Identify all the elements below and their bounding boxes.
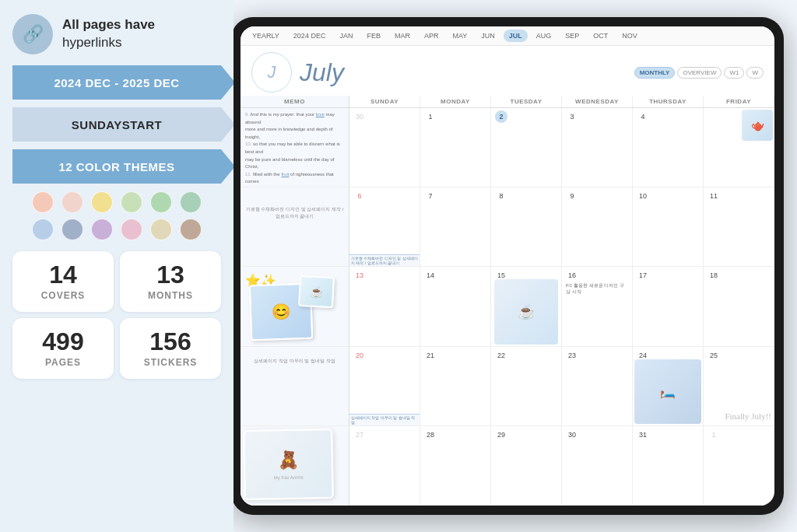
themes-banner-inner: 12 COLOR THEMES [12,149,221,184]
day-jul31: 31 [633,426,704,505]
day15-photo: ☕ [494,279,558,344]
tab-monthly[interactable]: MONTHLY [634,67,676,79]
hyperlinks-row: 🔗 All pages have hyperlinks [12,14,155,54]
memo-event-2: 가로형 수채화버전 디자인 및 상세페이지 제작 / 업로드까지 끝내기 [245,191,344,220]
nav-jul[interactable]: JUL [504,30,528,42]
stats-grid: 14 COVERS 13 MONTHS 499 PAGES 156 STICKE… [12,251,221,379]
swatches-container [12,191,221,240]
covers-number: 14 [49,262,77,287]
nav-sep[interactable]: SEP [560,30,585,42]
memo-cell-5: 🧸 My Fav Anime [241,426,349,505]
tab-overview[interactable]: OVERVIEW [677,67,722,79]
stickers-label: STICKERS [144,357,198,368]
sticker-collage: ⭐✨ 😊 ☕ [244,270,337,344]
day-jul28: 28 [420,426,491,505]
nav-dec[interactable]: 2024 DEC [288,30,332,42]
swatch-4 [121,191,142,213]
day-jul11: 11 [704,187,774,266]
memo-text-1: 9. And this is my prayer: that your love… [245,111,344,187]
day-num-28: 28 [424,429,437,441]
col-headers: MEMO SUNDAY MONDAY TUESDAY WEDNESDAY THU… [241,96,774,108]
day-num-21: 21 [424,349,437,362]
nav-oct[interactable]: OCT [588,30,613,42]
day-jul27: 27 [349,426,420,505]
day-num-20: 20 [353,349,366,362]
stickers-number: 156 [149,329,191,354]
day-num-17: 17 [637,269,649,282]
day-jul29: 29 [491,426,562,505]
swatch-9 [91,219,113,240]
day-jul15: 15 ☕ [491,267,562,345]
day-num-22: 22 [495,349,507,362]
day-jul16: 16 P.C 활용한 새로운 디자인 구상 시작 [562,267,633,345]
day-num-30b: 30 [566,429,578,441]
day-jul8: 8 [491,187,562,266]
day-num-aug1: 1 [707,429,720,441]
covers-label: COVERS [41,290,86,301]
date-banner: 2024 DEC - 2025 DEC [12,65,221,100]
day-num-27: 27 [353,429,366,441]
cal-row-1: 9. And this is my prayer: that your love… [241,108,774,187]
calendar-grid: MEMO SUNDAY MONDAY TUESDAY WEDNESDAY THU… [241,96,774,506]
nav-apr[interactable]: APR [419,30,444,42]
day-jul24: 24 🛏️ [633,347,704,425]
swatch-8 [61,219,83,240]
nav-may[interactable]: MAY [447,30,472,42]
nav-mar[interactable]: MAR [389,30,416,42]
tab-w[interactable]: W [746,67,764,79]
months-number: 13 [156,262,184,287]
day-jul23: 23 [562,347,633,425]
nav-feb[interactable]: FEB [361,30,386,42]
swatch-row-1 [19,191,215,213]
day-num-14: 14 [424,269,437,282]
event-span-row2: 가로형 수채화버전 디자인 및 상세페이지 제작 / 업로드까지 끝내기 [349,254,420,266]
pages-label: PAGES [45,357,81,368]
nav-jun[interactable]: JUN [476,30,500,42]
nav-aug[interactable]: AUG [531,30,557,42]
stat-stickers: 156 STICKERS [120,318,221,379]
day-aug1: 1 [704,426,774,505]
day-jul14: 14 [420,267,491,345]
sunday-banner-inner: SUNDAY START [12,107,221,142]
day-num-9: 9 [566,190,578,202]
sunday-banner: SUNDAY START [12,107,221,142]
event-span-row4: 상세페이지 작업 마무리 및 썸네일 작업 [349,414,420,425]
day-num-8: 8 [495,190,507,202]
cal-row-3: ⭐✨ 😊 ☕ 13 14 [241,267,774,346]
day-jul1: 1 [420,108,491,187]
col-sunday: SUNDAY [349,96,420,107]
day-num-13: 13 [353,269,366,282]
day-jul17: 17 [633,267,704,345]
nav-yearly[interactable]: YEARLY [247,30,285,42]
view-tabs: MONTHLY OVERVIEW W1 W [634,67,764,79]
cursive-finally: Finally July!! [725,411,771,421]
swatch-10 [121,219,142,240]
day-jul5: 🫖 [704,108,774,187]
day-jul25: 25 Finally July!! [704,347,774,425]
sunday-bold: SUNDAY [72,118,122,131]
hyperlinks-text: All pages have hyperlinks [62,16,155,52]
day-num-4: 4 [637,110,649,123]
nav-nov[interactable]: NOV [616,30,643,42]
swatch-5 [150,191,172,213]
swatch-11 [150,219,172,240]
day-jul10: 10 [633,187,704,266]
day-num-2: 2 [495,110,507,123]
month-title: July [300,58,634,87]
day-num-18: 18 [707,269,720,282]
tablet-device: YEARLY 2024 DEC JAN FEB MAR APR MAY JUN … [233,17,784,515]
swatch-row-2 [19,219,215,240]
day-num-29: 29 [495,429,507,441]
themes-banner: 12 COLOR THEMES [12,149,221,184]
col-thursday: THURSDAY [633,96,704,107]
day24-photo: 🛏️ [634,359,701,424]
memo-cell-2: 가로형 수채화버전 디자인 및 상세페이지 제작 / 업로드까지 끝내기 [241,187,349,266]
day-num-11: 11 [707,190,720,202]
tab-w1[interactable]: W1 [724,67,744,79]
day-num-30: 30 [353,110,366,123]
cal-row-4: 상세페이지 작업 마무리 및 썸네일 작업 20 상세페이지 작업 마무리 및 … [241,347,774,426]
stat-covers: 14 COVERS [12,251,114,312]
col-memo: MEMO [241,96,349,107]
nav-jan[interactable]: JAN [334,30,358,42]
day-jul4: 4 [633,108,704,187]
